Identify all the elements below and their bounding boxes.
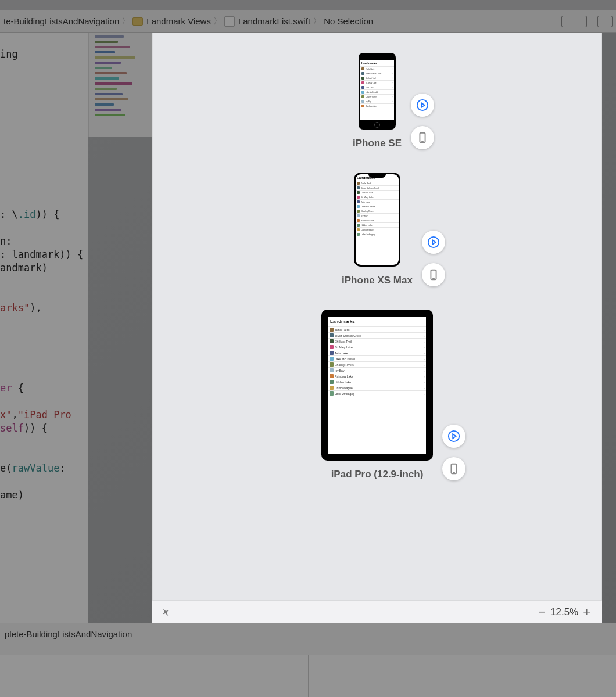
thumbnail xyxy=(361,81,364,84)
column-icon[interactable] xyxy=(574,16,587,27)
zoom-level[interactable]: 12.5% xyxy=(549,606,579,618)
list-item-label: Twin Lake xyxy=(335,351,422,355)
list-item[interactable]: Lake McDonald› xyxy=(356,204,399,209)
adjust-editor-icon[interactable] xyxy=(597,16,613,27)
breadcrumb-file[interactable]: LandmarkList.swift xyxy=(224,16,310,27)
list-item[interactable]: St. Mary Lake› xyxy=(360,80,394,85)
list-item-label: Silver Salmon Creek xyxy=(361,187,396,189)
list-item[interactable]: Turtle Rock› xyxy=(328,326,426,332)
chevron-right-icon: › xyxy=(392,77,393,80)
list-title: Landmarks xyxy=(360,60,394,66)
debug-area[interactable] xyxy=(0,645,616,697)
editor-layout-toggle[interactable] xyxy=(561,16,587,27)
list-item-label: Lake Umbagog xyxy=(361,233,396,236)
list-title: Landmarks xyxy=(328,317,426,326)
list-item[interactable]: Lake Umbagog› xyxy=(328,390,426,396)
list-item[interactable]: Silver Salmon Creek› xyxy=(360,71,394,76)
list-item[interactable]: Hidden Lake› xyxy=(328,379,426,385)
list-item[interactable]: Icy Bay› xyxy=(328,367,426,373)
device-label: iPhone XS Max xyxy=(342,275,413,286)
preview-canvas[interactable]: LandmarksTurtle Rock›Silver Salmon Creek… xyxy=(152,33,602,601)
list-item[interactable]: Chincoteague› xyxy=(356,227,399,232)
chevron-right-icon: › xyxy=(424,363,425,367)
list-item[interactable]: Silver Salmon Creek› xyxy=(356,185,399,190)
live-preview-button[interactable] xyxy=(442,425,465,448)
thumbnail xyxy=(357,228,360,231)
chevron-right-icon: › xyxy=(424,380,425,384)
chevron-right-icon: › xyxy=(392,73,393,75)
notch-icon xyxy=(368,174,386,178)
status-path: plete-BuildingListsAndNavigation xyxy=(5,629,132,639)
device-frame-ipad-pro: LandmarksTurtle Rock›Silver Salmon Creek… xyxy=(321,310,433,461)
breadcrumb-selection[interactable]: No Selection xyxy=(324,16,373,26)
preview-device-button[interactable] xyxy=(411,126,434,149)
list-item[interactable]: St. Mary Lake› xyxy=(356,195,399,199)
list-item[interactable]: Hidden Lake› xyxy=(356,222,399,227)
breadcrumb-group[interactable]: Landmark Views xyxy=(132,16,211,26)
svg-point-6 xyxy=(449,431,459,441)
device-screen[interactable]: LandmarksTurtle Rock›Silver Salmon Creek… xyxy=(328,317,426,454)
thumbnail xyxy=(361,91,364,94)
pin-icon[interactable] xyxy=(158,605,173,619)
list-item[interactable]: Lake McDonald› xyxy=(328,355,426,361)
list-item[interactable]: Chilkoot Trail› xyxy=(360,76,394,80)
list-item[interactable]: Icy Bay› xyxy=(360,99,394,103)
list-item[interactable]: Lake McDonald› xyxy=(360,89,394,94)
list-item-label: Charley Rivers xyxy=(366,96,391,98)
live-preview-button[interactable] xyxy=(422,231,445,254)
list-item-label: Twin Lake xyxy=(361,201,396,203)
thumbnail xyxy=(357,210,360,213)
list-item[interactable]: Rainbow Lake› xyxy=(360,103,394,108)
list-icon[interactable] xyxy=(561,16,574,27)
list-item[interactable]: Twin Lake› xyxy=(360,85,394,89)
list-item[interactable]: Icy Bay› xyxy=(356,213,399,218)
list-item[interactable]: Twin Lake› xyxy=(328,350,426,355)
chevron-right-icon: › xyxy=(424,386,425,390)
variables-pane[interactable] xyxy=(0,645,309,697)
list-item-label: Rainbow Lake xyxy=(335,375,422,378)
list-item-label: St. Mary Lake xyxy=(361,196,396,199)
minimap[interactable] xyxy=(88,33,152,137)
list-item[interactable]: Charley Rivers› xyxy=(328,361,426,367)
list-item[interactable]: Charley Rivers› xyxy=(356,209,399,213)
list-item-label: Rainbow Lake xyxy=(366,105,391,107)
device-screen[interactable]: LandmarksTurtle Rock›Silver Salmon Creek… xyxy=(360,60,394,120)
chevron-right-icon: › xyxy=(424,334,425,337)
zoom-out-button[interactable]: − xyxy=(535,605,549,620)
list-item-label: Charley Rivers xyxy=(361,210,396,213)
breadcrumb-project[interactable]: te-BuildingListsAndNavigation xyxy=(3,16,119,26)
code-editor[interactable]: ing : \.id)) { n: : landmark)) { andmark… xyxy=(0,33,88,630)
device-preview: LandmarksTurtle Rock›Silver Salmon Creek… xyxy=(342,173,413,286)
zoom-in-button[interactable]: + xyxy=(579,605,594,620)
thumbnail xyxy=(357,224,360,227)
list-item[interactable]: Rainbow Lake› xyxy=(328,373,426,379)
list-item[interactable]: Twin Lake› xyxy=(356,199,399,204)
live-preview-button[interactable] xyxy=(411,94,434,117)
list-item-label: Chilkoot Trail xyxy=(366,77,391,80)
list-item[interactable]: Charley Rivers› xyxy=(360,94,394,99)
list-item[interactable]: St. Mary Lake› xyxy=(328,344,426,350)
thumbnail xyxy=(357,205,360,208)
device-preview: LandmarksTurtle Rock›Silver Salmon Creek… xyxy=(321,310,433,480)
thumbnail xyxy=(361,72,364,75)
list-item[interactable]: Chilkoot Trail› xyxy=(356,190,399,195)
home-button-icon xyxy=(374,122,380,128)
list-item[interactable]: Chilkoot Trail› xyxy=(328,338,426,344)
preview-device-button[interactable] xyxy=(422,263,445,286)
device-screen[interactable]: LandmarksTurtle Rock›Silver Salmon Creek… xyxy=(356,174,399,265)
list-item[interactable]: Turtle Rock› xyxy=(360,66,394,71)
preview-device-button[interactable] xyxy=(442,457,465,480)
chevron-right-icon: › xyxy=(397,201,397,203)
list-item-label: Hidden Lake xyxy=(361,224,396,227)
list-item[interactable]: Chincoteague› xyxy=(328,385,426,390)
list-item-label: Charley Rivers xyxy=(335,363,422,367)
list-item[interactable]: Lake Umbagog› xyxy=(356,232,399,236)
thumbnail xyxy=(357,196,360,199)
console-pane[interactable] xyxy=(309,645,617,697)
list-item[interactable]: Silver Salmon Creek› xyxy=(328,332,426,338)
list-item[interactable]: Turtle Rock› xyxy=(356,181,399,185)
list-item-label: St. Mary Lake xyxy=(366,82,391,84)
list-item-label: Chincoteague xyxy=(335,386,422,390)
folder-icon xyxy=(132,17,143,26)
list-item[interactable]: Rainbow Lake› xyxy=(356,218,399,222)
